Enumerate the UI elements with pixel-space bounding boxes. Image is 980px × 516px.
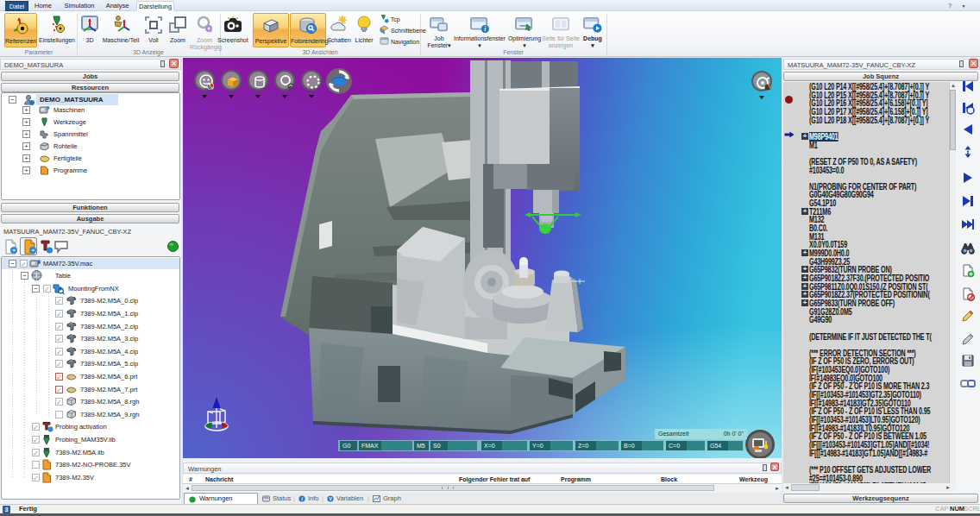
svg-text:i: i	[484, 26, 486, 33]
svg-text:a: a	[38, 260, 41, 265]
svg-text:V: V	[329, 496, 332, 501]
